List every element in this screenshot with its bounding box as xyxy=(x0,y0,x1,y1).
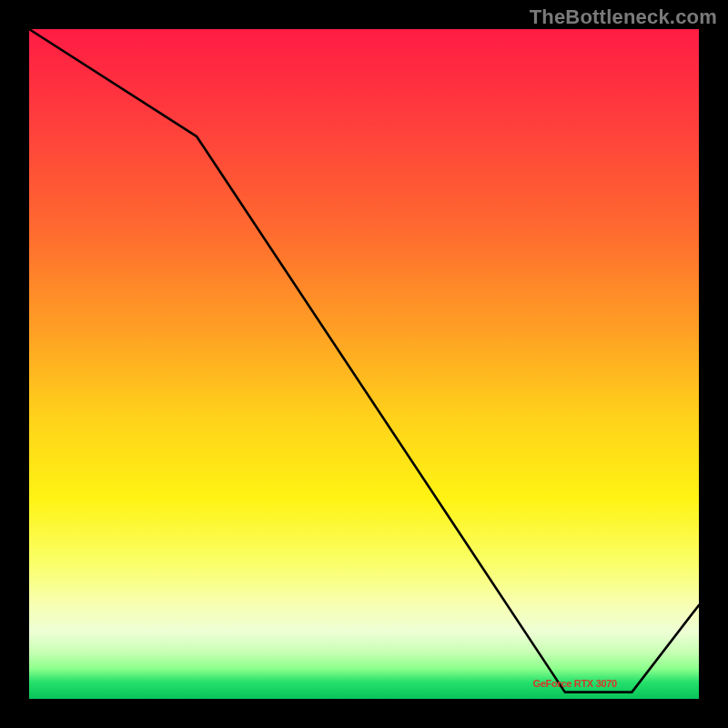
watermark-text: TheBottleneck.com xyxy=(530,5,717,29)
chart-annotation-label: GeForce RTX 3070 xyxy=(533,678,617,689)
chart-series-line xyxy=(29,29,699,693)
chart-line-layer xyxy=(29,29,699,699)
